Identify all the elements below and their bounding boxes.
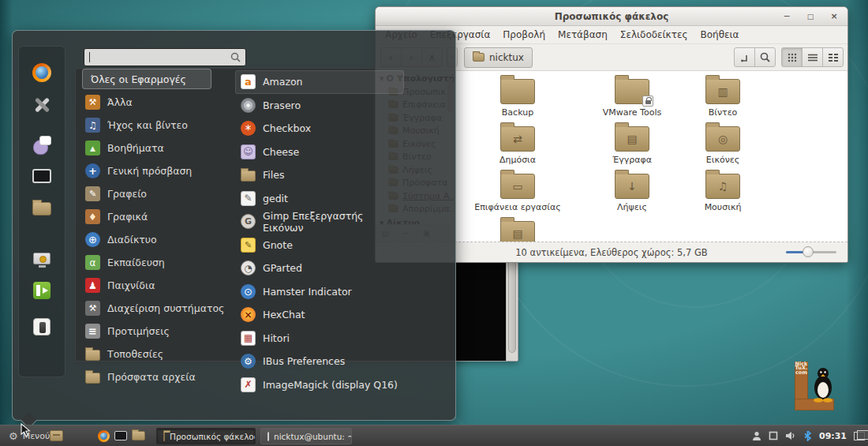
search-input[interactable] bbox=[84, 49, 230, 66]
clipboard-icon[interactable] bbox=[769, 431, 778, 440]
location-icon bbox=[740, 53, 750, 62]
folder-downloads[interactable]: ↓ Λήψεις bbox=[581, 169, 683, 212]
folder-desktop[interactable]: ▭ Επιφάνεια εργασίας bbox=[466, 169, 569, 212]
menu-bookmarks[interactable]: Σελιδοδείκτες bbox=[614, 29, 694, 40]
titlebar[interactable]: Προσωπικός φάκελος bbox=[376, 7, 847, 26]
app-item-gparted[interactable]: GParted bbox=[235, 257, 404, 280]
app-item-files[interactable]: Files bbox=[235, 163, 404, 187]
dock-system-tools-button[interactable] bbox=[19, 92, 65, 118]
category-education[interactable]: Εκπαίδευση bbox=[82, 251, 237, 274]
app-item-gedit[interactable]: gedit bbox=[235, 187, 404, 211]
dock-logout-button[interactable] bbox=[19, 277, 65, 304]
compact-view-button[interactable] bbox=[822, 47, 844, 67]
launcher-firefox[interactable] bbox=[96, 429, 110, 442]
terminal-icon bbox=[114, 431, 127, 440]
category-recent-files[interactable]: Πρόσφατα αρχεία bbox=[82, 365, 237, 388]
category-system-administration[interactable]: Διαχείριση συστήματος bbox=[82, 297, 237, 320]
user-status-icon[interactable] bbox=[752, 431, 761, 440]
task-button-home-folder[interactable]: Προσωπικός φάκελος bbox=[156, 428, 256, 444]
folder-public[interactable]: ⇄ Δημόσια bbox=[466, 122, 569, 165]
gear-icon bbox=[241, 354, 256, 369]
window-controls bbox=[781, 7, 840, 25]
search-button[interactable] bbox=[754, 47, 776, 67]
app-item-ibus[interactable]: IBus Preferences bbox=[235, 350, 404, 373]
app-item-amazon[interactable]: Amazon bbox=[235, 70, 404, 94]
folder-icon bbox=[85, 350, 100, 361]
launcher-terminal[interactable] bbox=[114, 429, 128, 442]
minimize-button[interactable] bbox=[781, 11, 792, 21]
menu-go[interactable]: Μετάβαση bbox=[552, 29, 614, 40]
folder-icon bbox=[500, 79, 535, 104]
category-games[interactable]: Παιχνίδια bbox=[82, 274, 237, 297]
category-places[interactable]: Τοποθεσίες bbox=[82, 343, 237, 365]
app-item-imagemagick[interactable]: ImageMagick (display Q16) bbox=[235, 373, 404, 397]
folder-documents[interactable]: ▤ Έγγραφα bbox=[581, 122, 683, 165]
globe-icon bbox=[85, 232, 100, 247]
location-entry-button[interactable] bbox=[734, 47, 755, 67]
path-label: nicktux bbox=[489, 52, 524, 63]
icon-view-button[interactable] bbox=[781, 47, 803, 67]
category-office[interactable]: Γραφείο bbox=[82, 182, 237, 205]
task-button-terminal[interactable]: nicktux@ubuntu: ~ bbox=[260, 428, 352, 444]
folder-icon: ▤ bbox=[500, 221, 535, 242]
folder-icon bbox=[473, 53, 485, 62]
dock-power-button[interactable] bbox=[19, 313, 65, 340]
dock-messaging-button[interactable] bbox=[19, 131, 65, 158]
folder-icon bbox=[615, 79, 649, 104]
category-accessories[interactable]: Βοηθήματα bbox=[82, 137, 237, 159]
folder-icon: ♫ bbox=[705, 174, 740, 199]
category-internet[interactable]: Διαδίκτυο bbox=[82, 228, 237, 251]
clock[interactable]: 09:31 bbox=[819, 431, 847, 441]
path-button-nicktux[interactable]: nicktux bbox=[464, 47, 533, 68]
category-all-applications[interactable]: Όλες οι Εφαρμογές bbox=[82, 69, 211, 89]
dock-file-manager-button[interactable] bbox=[19, 195, 65, 222]
folder-pictures[interactable]: ◎ Εικόνες bbox=[672, 122, 774, 165]
app-item-hitori[interactable]: Hitori bbox=[235, 327, 404, 350]
category-universal-access[interactable]: Γενική πρόσβαση bbox=[82, 159, 237, 182]
folder-music[interactable]: ♫ Μουσική bbox=[672, 169, 774, 212]
app-item-gnote[interactable]: Gnote bbox=[235, 234, 404, 257]
volume-icon[interactable] bbox=[785, 431, 796, 440]
folder-backup[interactable]: Backup bbox=[466, 74, 569, 118]
launcher-file-manager[interactable] bbox=[131, 429, 145, 442]
folder-templates-partial[interactable]: ▤ bbox=[466, 216, 569, 242]
accessibility-icon bbox=[85, 163, 100, 178]
app-item-cheese[interactable]: Cheese bbox=[235, 141, 404, 164]
category-preferences[interactable]: Προτιμήσεις bbox=[82, 320, 237, 343]
app-item-gimp[interactable]: Gimp Επεξεργαστής Εικόνων bbox=[235, 210, 404, 234]
application-list: Amazon Brasero Checkbox Cheese Files ged… bbox=[235, 70, 404, 396]
dock-terminal-button[interactable] bbox=[19, 163, 65, 189]
launcher-file-drawer[interactable] bbox=[49, 429, 63, 442]
bluetooth-icon[interactable] bbox=[803, 430, 812, 441]
category-graphics[interactable]: Γραφικά bbox=[82, 205, 237, 228]
desktop: NickTuX.com Προσωπικός φάκελος Αρχεί bbox=[0, 0, 868, 446]
disc-icon bbox=[241, 98, 256, 113]
folder-icon: ▭ bbox=[500, 174, 535, 199]
dock-lock-screen-button[interactable] bbox=[19, 245, 65, 272]
list-view-button[interactable] bbox=[802, 47, 823, 67]
download-emblem-icon: ↓ bbox=[627, 181, 637, 192]
menu-help[interactable]: Βοήθεια bbox=[694, 29, 745, 40]
gimp-icon bbox=[241, 214, 256, 229]
logout-icon bbox=[33, 282, 51, 299]
folder-icon: ⇄ bbox=[500, 126, 535, 152]
zoom-slider[interactable] bbox=[786, 251, 836, 253]
folder-vmware-tools[interactable]: VMware Tools bbox=[581, 74, 683, 118]
app-item-brasero[interactable]: Brasero bbox=[235, 94, 404, 118]
document-emblem-icon: ▤ bbox=[512, 228, 522, 239]
zoom-slider-knob[interactable] bbox=[803, 246, 814, 257]
folder-icon bbox=[85, 373, 100, 384]
hitori-icon bbox=[241, 331, 256, 346]
dock-firefox-button[interactable] bbox=[19, 59, 65, 86]
category-sound-video[interactable]: Ήχος και βίντεο bbox=[82, 114, 237, 137]
app-item-checkbox[interactable]: Checkbox bbox=[235, 117, 404, 141]
app-item-hamster[interactable]: Hamster Indicator bbox=[235, 280, 404, 304]
maximize-button[interactable] bbox=[805, 11, 816, 21]
folder-videos[interactable]: ▥ Βίντεο bbox=[672, 74, 774, 118]
category-other[interactable]: Άλλα bbox=[82, 91, 237, 114]
menu-view[interactable]: Προβολή bbox=[496, 29, 552, 40]
workspace-switcher[interactable] bbox=[854, 432, 865, 440]
folder-view[interactable]: Backup VMware Tools ▥ Βίντεο ⇄ Δημόσια bbox=[455, 71, 847, 242]
close-button[interactable] bbox=[829, 11, 840, 21]
app-item-hexchat[interactable]: HexChat bbox=[235, 303, 404, 327]
